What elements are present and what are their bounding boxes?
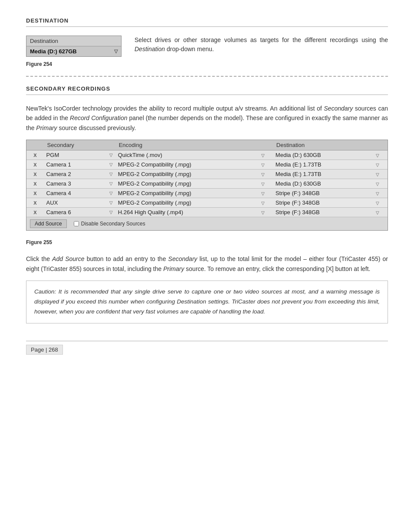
x-button[interactable]: X <box>33 191 38 196</box>
encoding-arrow-cell[interactable]: ▽ <box>259 170 273 179</box>
encoding-arrow-cell[interactable]: ▽ <box>259 208 273 217</box>
encoding-dropdown-icon[interactable]: ▽ <box>261 191 265 196</box>
destination-dropdown-icon[interactable]: ▽ <box>376 172 379 177</box>
widget-value-text: Media (D:) 627GB <box>30 48 77 55</box>
secondary-dropdown-icon[interactable]: ▽ <box>109 162 113 167</box>
table-footer: Add Source Disable Secondary Sources <box>26 217 388 230</box>
destination-dropdown-icon[interactable]: ▽ <box>376 163 379 167</box>
encoding-dropdown-icon[interactable]: ▽ <box>261 201 265 206</box>
encoding-dropdown-icon[interactable]: ▽ <box>261 172 265 177</box>
destination-dropdown-icon[interactable]: ▽ <box>376 191 379 196</box>
encoding-arrow-cell[interactable]: ▽ <box>259 160 273 170</box>
secondary-cell: AUX▽ <box>44 198 115 208</box>
destination-arrow-cell[interactable]: ▽ <box>373 160 388 170</box>
destination-cell: Stripe (F:) 348GB <box>273 208 373 217</box>
destination-cell: Stripe (F:) 348GB <box>273 189 373 198</box>
encoding-dropdown-icon[interactable]: ▽ <box>261 153 265 158</box>
recordings-table-wrap: Secondary Encoding Destination XPGM▽Quic… <box>26 140 388 231</box>
page-number: Page | 268 <box>26 345 63 355</box>
secondary-dropdown-icon[interactable]: ▽ <box>109 191 113 196</box>
x-button-cell[interactable]: X <box>26 208 44 217</box>
destination-dropdown-icon[interactable]: ▽ <box>376 201 379 206</box>
encoding-cell: MPEG-2 Compatibility (.mpg) <box>115 189 259 198</box>
secondary-dropdown-icon[interactable]: ▽ <box>109 181 113 186</box>
encoding-arrow-cell[interactable]: ▽ <box>259 150 273 160</box>
x-button[interactable]: X <box>33 162 38 167</box>
widget-value[interactable]: Media (D:) 627GB ▽ <box>26 46 121 56</box>
encoding-cell: MPEG-2 Compatibility (.mpg) <box>115 170 259 179</box>
secondary-dropdown-icon[interactable]: ▽ <box>109 153 113 157</box>
table-row: XCamera 4▽MPEG-2 Compatibility (.mpg)▽St… <box>26 189 388 198</box>
table-row: XCamera 6▽H.264 High Quality (.mp4)▽Stri… <box>26 208 388 217</box>
encoding-cell: H.264 High Quality (.mp4) <box>115 208 259 217</box>
secondary-section-title: SECONDARY RECORDINGS <box>26 85 388 95</box>
col-header-dest-arrow <box>259 140 273 150</box>
disable-checkbox[interactable] <box>74 221 79 226</box>
figure-255-label: Figure 255 <box>26 239 388 245</box>
encoding-dropdown-icon[interactable]: ▽ <box>261 210 265 215</box>
table-row: XCamera 1▽MPEG-2 Compatibility (.mpg)▽Me… <box>26 160 388 170</box>
secondary-cell: Camera 4▽ <box>44 189 115 198</box>
destination-widget[interactable]: Destination Media (D:) 627GB ▽ <box>26 36 122 57</box>
table-row: XPGM▽QuickTime (.mov)▽Media (D:) 630GB▽ <box>26 150 388 160</box>
destination-cell: Media (E:) 1.73TB <box>273 170 373 179</box>
x-button-cell[interactable]: X <box>26 189 44 198</box>
col-header-dest-arrow2 <box>373 140 388 150</box>
x-button-cell[interactable]: X <box>26 198 44 208</box>
figure-254-label: Figure 254 <box>26 61 388 67</box>
encoding-cell: MPEG-2 Compatibility (.mpg) <box>115 179 259 189</box>
encoding-cell: MPEG-2 Compatibility (.mpg) <box>115 160 259 170</box>
widget-label: Destination <box>26 36 121 46</box>
destination-arrow-cell[interactable]: ▽ <box>373 179 388 189</box>
destination-dropdown-icon[interactable]: ▽ <box>376 153 379 158</box>
destination-arrow-cell[interactable]: ▽ <box>373 198 388 208</box>
secondary-cell: Camera 1▽ <box>44 160 115 170</box>
table-row: XAUX▽MPEG-2 Compatibility (.mpg)▽Stripe … <box>26 198 388 208</box>
destination-dropdown-icon[interactable]: ▽ <box>376 182 379 186</box>
secondary-dropdown-icon[interactable]: ▽ <box>109 200 113 205</box>
encoding-cell: QuickTime (.mov) <box>115 150 259 160</box>
encoding-dropdown-icon[interactable]: ▽ <box>261 163 265 167</box>
encoding-arrow-cell[interactable]: ▽ <box>259 189 273 198</box>
x-button-cell[interactable]: X <box>26 150 44 160</box>
x-button[interactable]: X <box>33 172 38 177</box>
secondary-dropdown-icon[interactable]: ▽ <box>109 210 113 215</box>
x-button-cell[interactable]: X <box>26 170 44 179</box>
destination-arrow-cell[interactable]: ▽ <box>373 150 388 160</box>
add-source-button[interactable]: Add Source <box>30 219 67 228</box>
secondary-cell: Camera 6▽ <box>44 208 115 217</box>
encoding-arrow-cell[interactable]: ▽ <box>259 179 273 189</box>
destination-cell: Media (D:) 630GB <box>273 150 373 160</box>
dropdown-arrow-icon[interactable]: ▽ <box>114 49 118 54</box>
destination-arrow-cell[interactable]: ▽ <box>373 170 388 179</box>
encoding-arrow-cell[interactable]: ▽ <box>259 198 273 208</box>
x-button-cell[interactable]: X <box>26 179 44 189</box>
secondary-dropdown-icon[interactable]: ▽ <box>109 172 113 176</box>
destination-cell: Media (D:) 630GB <box>273 179 373 189</box>
col-header-empty <box>26 140 44 150</box>
secondary-cell: PGM▽ <box>44 150 115 160</box>
x-button[interactable]: X <box>33 181 38 186</box>
col-header-encoding: Encoding <box>115 140 259 150</box>
disable-secondary-label[interactable]: Disable Secondary Sources <box>74 221 145 227</box>
destination-cell: Media (E:) 1.73TB <box>273 160 373 170</box>
secondary-recordings-section: SECONDARY RECORDINGS NewTek's IsoCorder … <box>26 76 388 323</box>
destination-dropdown-icon[interactable]: ▽ <box>376 210 379 215</box>
disable-label-text: Disable Secondary Sources <box>81 221 145 227</box>
col-header-secondary: Secondary <box>44 140 115 150</box>
col-header-destination: Destination <box>273 140 373 150</box>
page-footer: Page | 268 <box>26 341 388 355</box>
destination-arrow-cell[interactable]: ▽ <box>373 189 388 198</box>
x-button[interactable]: X <box>33 153 38 158</box>
table-row: XCamera 3▽MPEG-2 Compatibility (.mpg)▽Me… <box>26 179 388 189</box>
x-button[interactable]: X <box>33 200 38 206</box>
destination-arrow-cell[interactable]: ▽ <box>373 208 388 217</box>
click-text: Click the Add Source button to add an en… <box>26 254 388 274</box>
secondary-cell: Camera 2▽ <box>44 170 115 179</box>
recordings-table: Secondary Encoding Destination XPGM▽Quic… <box>26 140 388 217</box>
destination-cell: Stripe (F:) 348GB <box>273 198 373 208</box>
x-button-cell[interactable]: X <box>26 160 44 170</box>
x-button[interactable]: X <box>33 210 38 215</box>
secondary-cell: Camera 3▽ <box>44 179 115 189</box>
encoding-dropdown-icon[interactable]: ▽ <box>261 182 265 186</box>
